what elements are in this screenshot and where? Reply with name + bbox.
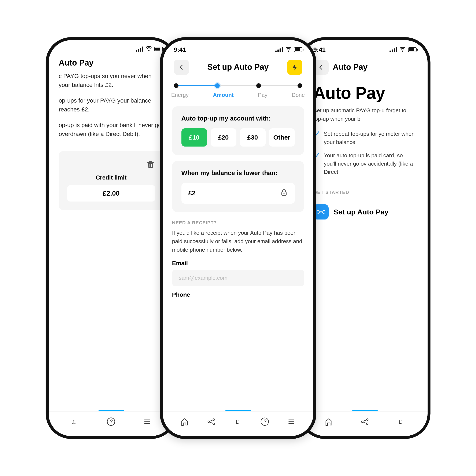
credit-limit-label: Credit limit [67,174,155,181]
nav-connect-right[interactable] [359,416,371,427]
svg-rect-23 [289,423,294,424]
balance-row: £2 [181,183,295,204]
left-phone-header: Auto Pay [49,54,174,72]
svg-rect-3 [151,164,152,167]
balance-value: £2 [188,189,196,197]
stepper [163,79,313,90]
nav-help-center[interactable]: ? [259,416,271,427]
nav-bar-right: £ [302,411,427,436]
status-bar-right: 9:41 [302,40,427,55]
svg-rect-9 [144,423,150,424]
amount-btn-other[interactable]: Other [269,128,295,147]
trash-icon[interactable] [146,161,155,171]
check-item-0: Set repeat top-ups for yo meter when you… [313,130,417,146]
check-item-1: Your auto top-up is paid card, so you'll… [313,152,417,176]
svg-marker-10 [293,64,297,70]
svg-rect-1 [149,161,152,162]
center-title: Set up Auto Pay [207,63,269,72]
svg-rect-7 [144,420,150,420]
signal-icon-right [390,47,397,52]
svg-point-14 [213,419,215,420]
wifi-icon-center [286,46,291,53]
svg-rect-22 [289,422,294,422]
phone-center: 9:41 Set up Auto P [160,37,316,439]
nav-pound-left[interactable]: £ [69,416,81,427]
scene: Auto Pay c PAYG top-ups so you never whe… [0,0,476,476]
left-body-text-2: op-ups for your PAYG your balance reache… [59,96,164,114]
center-header: Set up Auto Pay [163,55,313,79]
nav-pound-right[interactable]: £ [395,416,407,427]
nav-pound-center[interactable]: £ [232,416,244,427]
top-up-card: Auto top-up my account with: £10 £20 £30… [172,106,304,155]
check-text-1: Your auto top-up is paid card, so you'll… [324,152,417,176]
nav-help-left[interactable]: ? [105,416,117,427]
left-body: c PAYG top-ups so you never when your ba… [49,72,174,241]
right-time: 9:41 [313,46,326,53]
left-body-text-3: op-up is paid with your bank ll never go… [59,121,164,138]
right-header: Auto Pay [302,55,427,79]
wifi-icon-right [400,46,406,53]
step-label-energy: Energy [171,92,189,98]
svg-point-13 [208,421,210,423]
email-label: Email [172,260,304,267]
step-line-12 [220,85,256,86]
phone-label: Phone [172,291,304,298]
balance-title: When my balance is lower than: [181,169,295,177]
battery-icon [154,47,163,51]
nav-connect-center[interactable] [205,416,217,427]
top-up-title: Auto top-up my account with: [181,115,295,122]
svg-point-25 [366,419,368,420]
svg-line-17 [210,422,213,423]
phone-right: 9:41 Auto Pay [299,37,430,439]
amount-btn-20[interactable]: £20 [211,128,237,147]
svg-text:?: ? [264,419,266,424]
step-label-pay: Pay [258,92,268,98]
nav-menu-left[interactable] [141,416,153,427]
svg-rect-21 [289,420,294,420]
nav-menu-center[interactable] [286,416,297,427]
svg-text:£: £ [72,418,76,425]
phone-left: Auto Pay c PAYG top-ups so you never whe… [46,37,177,439]
svg-point-12 [283,193,284,194]
credit-limit-card: Credit limit £2.00 [59,151,164,210]
check-text-0: Set repeat top-ups for yo meter when you… [324,130,417,146]
auto-pay-big-title: Auto Pay [302,79,427,106]
svg-text:£: £ [236,419,239,425]
left-body-text-1: c PAYG top-ups so you never when your ba… [59,72,164,89]
step-dot-0 [174,83,178,88]
receipt-label: NEED A RECEIPT? [172,220,304,226]
svg-text:?: ? [110,419,113,424]
svg-rect-2 [150,164,150,167]
nav-bar-left: £ ? [49,411,174,436]
step-dot-3 [298,83,302,88]
back-button-center[interactable] [174,60,189,75]
lightning-button[interactable] [287,60,302,75]
amount-buttons: £10 £20 £30 Other [181,128,295,147]
status-bar-center: 9:41 [163,40,313,55]
signal-icon [136,47,143,51]
step-labels: Energy Amount Pay Done [163,90,313,103]
right-title: Auto Pay [333,63,368,72]
lock-icon [280,188,288,198]
checklist: Set repeat top-ups for yo meter when you… [302,130,427,181]
setup-auto-pay-button[interactable]: Set up Auto Pay [302,204,427,220]
nav-home-right[interactable] [323,416,335,427]
svg-point-15 [213,423,215,425]
nav-home-center[interactable] [179,416,190,427]
battery-icon-right [408,47,417,52]
step-dot-1 [215,83,220,88]
email-input[interactable]: sam@example.com [172,270,304,286]
nav-bar-center: £ ? [163,411,313,436]
svg-point-24 [361,421,363,423]
get-started-label: GET STARTED [302,190,427,199]
credit-limit-value: £2.00 [67,185,155,202]
step-dot-2 [256,83,261,88]
svg-rect-8 [144,422,150,422]
balance-card: When my balance is lower than: £2 [172,161,304,212]
amount-btn-10[interactable]: £10 [181,128,207,147]
status-bar-left [49,40,174,54]
left-title: Auto Pay [59,58,94,67]
step-label-amount: Amount [213,92,234,98]
center-time: 9:41 [174,46,186,53]
amount-btn-30[interactable]: £30 [240,128,266,147]
